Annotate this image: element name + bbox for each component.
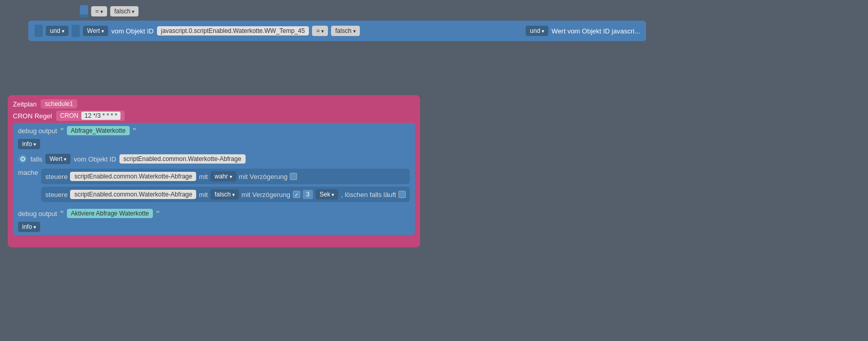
info-dropdown-1[interactable]: info	[18, 139, 40, 149]
und-dropdown-1[interactable]: und	[46, 26, 68, 36]
debug-value-1: Abfrage_Waterkotte	[67, 126, 130, 135]
steuere-row-1: steuere scriptEnabled.common.Waterkotte-…	[41, 169, 410, 184]
falsch-dropdown-1[interactable]: falsch	[110, 6, 138, 16]
cron-value: 12 */3 * * * *	[81, 112, 120, 120]
debug-value-2: Aktiviere Abfrage Waterkotte	[67, 209, 153, 218]
debug-output-label-1: debug output	[18, 127, 57, 135]
quote-close-2: "	[156, 209, 160, 218]
info-row-1: info	[18, 139, 410, 149]
steuere2-value-dropdown[interactable]: falsch	[211, 189, 239, 200]
main-container: = falsch und Wert vom Objekt ID javascri…	[0, 0, 868, 341]
equals-dropdown-1[interactable]: =	[91, 6, 107, 16]
sek-dropdown[interactable]: Sek	[316, 189, 339, 200]
falls-object-id-chip: scriptEnabled.common.Waterkotte-Abfrage	[119, 154, 246, 164]
mache-rows: steuere scriptEnabled.common.Waterkotte-…	[41, 169, 410, 202]
info-row-2: info	[18, 222, 410, 232]
equals-dropdown-2[interactable]: =	[312, 26, 328, 36]
falls-label: falls	[30, 155, 42, 163]
cron-regel-label: CRON Regel	[13, 112, 52, 120]
puzzle-inner-2	[72, 25, 80, 37]
zeitplan-header: Zeitplan schedule1	[13, 99, 415, 109]
steuere-label-1: steuere	[45, 173, 67, 181]
schedule-name-chip: schedule1	[41, 99, 77, 109]
steuere1-mit-label: mit	[199, 173, 207, 181]
inner-block: debug output " Abfrage_Waterkotte " info…	[13, 123, 415, 235]
cron-regel-row: CRON Regel CRON 12 */3 * * * *	[13, 111, 415, 121]
top-row2: und Wert vom Objekt ID javascript.0.scri…	[28, 21, 646, 41]
zeitplan-bottom-bar	[13, 237, 116, 241]
top-row1: = falsch	[80, 5, 646, 17]
steuere1-value-dropdown[interactable]: wahr	[211, 171, 236, 182]
wert2-label: Wert vom Objekt ID javascri...	[551, 27, 640, 35]
debug-row-1: debug output " Abfrage_Waterkotte "	[18, 126, 410, 135]
vom-objekt-id-label-1: vom Objekt ID	[111, 27, 153, 35]
top-section: = falsch und Wert vom Objekt ID javascri…	[28, 5, 646, 41]
steuere2-object-chip: scriptEnabled.common.Waterkotte-Abfrage	[70, 190, 196, 199]
vom-objekt-id-label-2: vom Objekt ID	[74, 155, 116, 163]
zeitplan-label: Zeitplan	[13, 100, 37, 108]
steuere2-verzoegerung-label: mit Verzögerung	[241, 191, 290, 199]
gear-icon: ⚙	[18, 154, 27, 164]
cron-chip: CRON 12 */3 * * * *	[56, 111, 125, 121]
steuere1-object-chip: scriptEnabled.common.Waterkotte-Abfrage	[70, 172, 196, 181]
info-dropdown-2[interactable]: info	[18, 222, 40, 232]
debug-output-label-2: debug output	[18, 210, 57, 218]
steuere-label-2: steuere	[45, 191, 67, 199]
mache-section: mache steuere scriptEnabled.common.Water…	[18, 169, 410, 202]
falls-row: ⚙ falls Wert vom Objekt ID scriptEnabled…	[18, 154, 410, 164]
steuere2-checkbox[interactable]: ✓	[293, 191, 300, 198]
quote-close-1: "	[133, 127, 136, 135]
mache-label: mache	[18, 169, 38, 176]
zeitplan-block: Zeitplan schedule1 CRON Regel CRON 12 */…	[8, 95, 420, 247]
loeschen-checkbox[interactable]	[398, 191, 406, 198]
puzzle-left-1	[80, 5, 88, 17]
wert-dropdown-2[interactable]: Wert	[45, 154, 71, 164]
steuere-row-2: steuere scriptEnabled.common.Waterkotte-…	[41, 187, 410, 202]
puzzle-left-2	[34, 25, 43, 37]
quote-open-1: "	[60, 127, 64, 135]
steuere2-mit-label: mit	[199, 191, 207, 199]
debug-row-2: debug output " Aktiviere Abfrage Waterko…	[18, 209, 410, 218]
und-dropdown-2[interactable]: und	[526, 26, 548, 36]
quote-open-2: "	[60, 209, 64, 218]
bottom-section: Zeitplan schedule1 CRON Regel CRON 12 */…	[8, 95, 420, 247]
steuere2-delay-num: 3	[303, 190, 313, 199]
loeschen-label: , löschen falls läuft	[341, 191, 396, 199]
cron-label: CRON	[60, 112, 78, 119]
steuere1-verzoegerung-label: mit Verzögerung	[239, 173, 288, 181]
wert-dropdown-1[interactable]: Wert	[83, 26, 108, 36]
steuere1-checkbox[interactable]	[290, 173, 297, 180]
object-id-chip-1: javascript.0.scriptEnabled.Waterkotte.WW…	[157, 26, 309, 35]
falsch-dropdown-2[interactable]: falsch	[331, 26, 359, 36]
steuere2-check-mark: ✓	[294, 192, 299, 198]
